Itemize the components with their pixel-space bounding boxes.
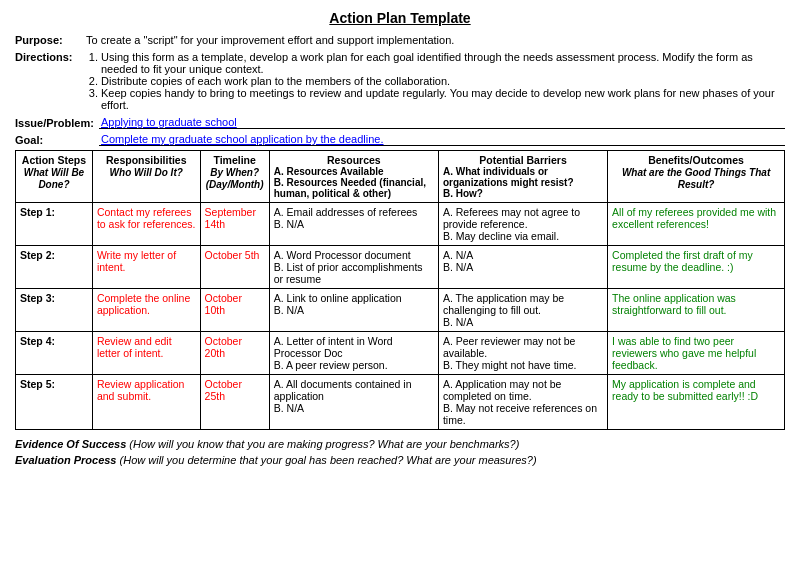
step5-label: Step 5:	[16, 375, 93, 430]
directions-label: Directions:	[15, 51, 80, 111]
step2-timeline: October 5th	[200, 246, 269, 289]
direction-3: Keep copies handy to bring to meetings t…	[101, 87, 785, 111]
step3-resources: A. Link to online application B. N/A	[269, 289, 438, 332]
step5-action: Review application and submit.	[92, 375, 200, 430]
step3-benefits: The online application was straightforwa…	[608, 289, 785, 332]
step1-barriers: A. Referees may not agree to provide ref…	[438, 203, 607, 246]
step3-timeline: October 10th	[200, 289, 269, 332]
table-row: Step 4: Review and edit letter of intent…	[16, 332, 785, 375]
table-row: Step 2: Write my letter of intent. Octob…	[16, 246, 785, 289]
issue-label: Issue/Problem:	[15, 117, 95, 129]
header-resources: Resources A. Resources Available B. Reso…	[269, 151, 438, 203]
step4-label: Step 4:	[16, 332, 93, 375]
step3-barriers: A. The application may be challenging to…	[438, 289, 607, 332]
step1-action: Contact my referees to ask for reference…	[92, 203, 200, 246]
step4-timeline: October 20th	[200, 332, 269, 375]
goal-label: Goal:	[15, 134, 95, 146]
step1-label: Step 1:	[16, 203, 93, 246]
header-barriers: Potential Barriers A. What individuals o…	[438, 151, 607, 203]
step4-resources: A. Letter of intent in Word Processor Do…	[269, 332, 438, 375]
action-plan-table: Action Steps What Will Be Done? Responsi…	[15, 150, 785, 430]
step2-label: Step 2:	[16, 246, 93, 289]
table-row: Step 1: Contact my referees to ask for r…	[16, 203, 785, 246]
goal-value: Complete my graduate school application …	[99, 133, 785, 146]
step4-action: Review and edit letter of intent.	[92, 332, 200, 375]
step3-action: Complete the online application.	[92, 289, 200, 332]
step4-benefits: I was able to find two peer reviewers wh…	[608, 332, 785, 375]
header-timeline: Timeline By When? (Day/Month)	[200, 151, 269, 203]
step5-barriers: A. Application may not be completed on t…	[438, 375, 607, 430]
purpose-label: Purpose:	[15, 34, 80, 46]
evidence-line: Evidence Of Success (How will you know t…	[15, 438, 785, 450]
header-action: Action Steps What Will Be Done?	[16, 151, 93, 203]
step3-label: Step 3:	[16, 289, 93, 332]
step1-timeline: September 14th	[200, 203, 269, 246]
step2-benefits: Completed the first draft of my resume b…	[608, 246, 785, 289]
step5-benefits: My application is complete and ready to …	[608, 375, 785, 430]
evaluation-line: Evaluation Process (How will you determi…	[15, 454, 785, 466]
step5-timeline: October 25th	[200, 375, 269, 430]
header-benefits: Benefits/Outcomes What are the Good Thin…	[608, 151, 785, 203]
step1-benefits: All of my referees provided me with exce…	[608, 203, 785, 246]
page-title: Action Plan Template	[15, 10, 785, 26]
step1-resources: A. Email addresses of referees B. N/A	[269, 203, 438, 246]
step2-resources: A. Word Processor document B. List of pr…	[269, 246, 438, 289]
purpose-text: To create a "script" for your improvemen…	[86, 34, 785, 46]
direction-1: Using this form as a template, develop a…	[101, 51, 785, 75]
step2-barriers: A. N/A B. N/A	[438, 246, 607, 289]
directions-list: Using this form as a template, develop a…	[86, 51, 785, 111]
step5-resources: A. All documents contained in applicatio…	[269, 375, 438, 430]
table-row: Step 5: Review application and submit. O…	[16, 375, 785, 430]
issue-value: Applying to graduate school	[99, 116, 785, 129]
step4-barriers: A. Peer reviewer may not be available. B…	[438, 332, 607, 375]
header-responsibilities: Responsibilities Who Will Do It?	[92, 151, 200, 203]
step2-action: Write my letter of intent.	[92, 246, 200, 289]
table-row: Step 3: Complete the online application.…	[16, 289, 785, 332]
direction-2: Distribute copies of each work plan to t…	[101, 75, 785, 87]
